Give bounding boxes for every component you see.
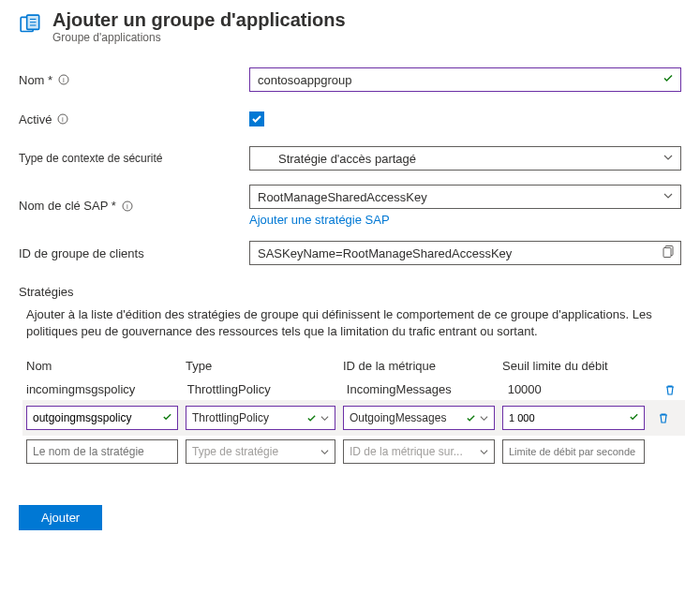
policy-name-input[interactable] (26, 406, 178, 430)
name-input[interactable] (249, 67, 681, 92)
policy-type-select[interactable]: ThrottlingPolicy (186, 406, 335, 430)
policy-row-editing: ThrottlingPolicy OutgoingMessages (22, 400, 685, 436)
delete-button[interactable] (660, 383, 681, 396)
client-id-input[interactable] (249, 241, 681, 265)
policies-section-title: Stratégies (19, 285, 681, 299)
chevron-down-icon (320, 414, 329, 423)
sap-select[interactable]: RootManageSharedAccessKey (249, 185, 681, 209)
app-group-icon (19, 13, 43, 37)
info-icon[interactable]: i (57, 113, 68, 125)
check-icon (162, 411, 172, 425)
svg-rect-12 (663, 248, 671, 258)
chevron-down-icon (663, 153, 673, 164)
check-icon (663, 73, 674, 87)
page-subtitle: Groupe d'applications (52, 31, 346, 44)
enabled-checkbox[interactable] (249, 111, 264, 126)
policy-row-empty: Type de stratégie ID de la métrique sur.… (26, 436, 681, 468)
policies-table: Nom Type ID de la métrique Seuil limite … (19, 353, 681, 468)
svg-text:i: i (127, 202, 128, 211)
info-icon[interactable]: i (122, 200, 133, 212)
policy-threshold-input[interactable] (502, 439, 645, 464)
chevron-down-icon (663, 191, 673, 202)
name-label: Nom * i (19, 73, 249, 87)
check-icon (629, 411, 639, 425)
page-header: Ajouter un groupe d'applications Groupe … (19, 9, 681, 44)
delete-button[interactable] (652, 411, 675, 424)
col-header-type: Type (186, 359, 343, 373)
sap-label: Nom de clé SAP * i (19, 199, 249, 213)
svg-text:i: i (63, 76, 65, 84)
page-title: Ajouter un groupe d'applications (52, 9, 346, 31)
client-id-label: ID de groupe de clients (19, 246, 249, 260)
policy-row: incomingmsgspolicy ThrottlingPolicy Inco… (26, 379, 681, 400)
col-header-threshold: Seuil limite du débit (502, 359, 652, 373)
svg-text:i: i (63, 115, 65, 124)
copy-icon[interactable] (663, 245, 676, 261)
policy-type-select[interactable]: Type de stratégie (186, 439, 335, 464)
policies-section-desc: Ajouter à la liste d'édition des stratég… (19, 306, 681, 340)
policy-threshold-input[interactable] (502, 406, 645, 430)
policy-metric-select[interactable]: OutgoingMessages (343, 406, 495, 430)
chevron-down-icon (320, 448, 329, 456)
chevron-down-icon (480, 414, 488, 423)
check-icon (466, 413, 476, 423)
add-button[interactable]: Ajouter (19, 505, 102, 530)
enabled-label: Activé i (19, 112, 249, 126)
policy-name-input[interactable] (26, 439, 178, 464)
col-header-metric: ID de la métrique (343, 359, 502, 373)
info-icon[interactable]: i (58, 74, 69, 85)
context-label: Type de contexte de sécurité (19, 152, 249, 165)
chevron-down-icon (480, 448, 488, 456)
check-icon (306, 413, 317, 423)
col-header-name: Nom (26, 359, 186, 373)
add-sap-link[interactable]: Ajouter une stratégie SAP (249, 213, 681, 227)
context-select[interactable]: Stratégie d'accès partagé (249, 146, 681, 171)
policy-metric-select[interactable]: ID de la métrique sur... (343, 439, 495, 464)
